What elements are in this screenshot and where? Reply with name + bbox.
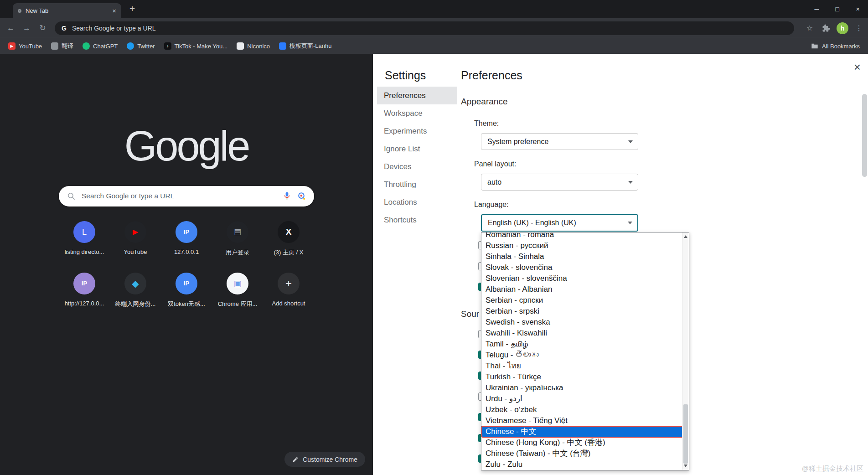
window-controls: ─ □ × [806, 0, 868, 18]
sidebar-item-preferences[interactable]: Preferences [377, 87, 457, 104]
shortcut-tile[interactable]: IP127.0.0.1 [161, 221, 212, 273]
language-option[interactable]: Vietnamese - Tiếng Việt [481, 415, 689, 426]
all-bookmarks[interactable]: All Bookmarks [811, 43, 864, 50]
panel-title: Preferences [461, 69, 522, 82]
profile-avatar[interactable]: h [834, 22, 851, 34]
bookmark-item[interactable]: Twitter [122, 40, 159, 52]
language-option[interactable]: Serbian - srpski [481, 306, 689, 317]
sidebar-item-experiments[interactable]: Experiments [377, 122, 457, 140]
bookmark-item[interactable]: ▶YouTube [4, 40, 46, 52]
shortcut-label: http://127.0.0... [65, 300, 104, 307]
shortcut-tile[interactable]: ▣Chrome 应用... [212, 273, 263, 324]
bookmarks-items: ▶YouTube翻译ChatGPTTwitter♪TikTok - Make Y… [4, 40, 336, 52]
language-option[interactable]: Telugu - తెలుగు [481, 350, 689, 361]
customize-chrome-button[interactable]: Customize Chrome [284, 452, 365, 467]
lens-icon[interactable] [297, 191, 306, 201]
new-tab-button[interactable]: + [129, 4, 135, 13]
language-option[interactable]: Slovenian - slovenščina [481, 273, 689, 284]
sidebar-item-throttling[interactable]: Throttling [377, 176, 457, 193]
sidebar-item-ignore-list[interactable]: Ignore List [377, 140, 457, 158]
panel-layout-select[interactable]: auto [481, 174, 638, 191]
back-icon[interactable]: ← [3, 24, 19, 33]
google-g-icon: G [62, 25, 67, 32]
chevron-down-icon [628, 140, 633, 143]
bookmark-label: Twitter [137, 43, 155, 50]
language-option[interactable]: Uzbek - oʻzbek [481, 404, 689, 415]
theme-select-value: System preference [487, 138, 548, 146]
panel-scrollbar-thumb[interactable] [862, 94, 867, 177]
bookmark-item[interactable]: 模板页面-Lanhu [274, 40, 336, 52]
minimize-button[interactable]: ─ [806, 0, 827, 18]
shortcut-tile[interactable]: IPhttp://127.0.0... [59, 273, 110, 324]
language-option[interactable]: Swedish - svenska [481, 317, 689, 328]
shortcut-icon: + [278, 273, 300, 294]
close-icon[interactable]: × [854, 61, 861, 73]
pencil-icon [292, 456, 299, 463]
language-select-value: English (UK) - English (UK) [488, 219, 576, 227]
scroll-down-icon[interactable] [684, 465, 687, 467]
tab-strip: New Tab × + ─ □ × [0, 0, 868, 18]
chevron-down-icon [628, 222, 632, 224]
mic-icon[interactable] [283, 191, 291, 201]
shortcut-glyph: ▣ [233, 279, 241, 288]
bookmark-item[interactable]: Niconico [232, 40, 274, 52]
theme-select[interactable]: System preference [481, 133, 638, 150]
language-option[interactable]: Russian - русский [481, 240, 689, 251]
language-option[interactable]: Urdu - اردو [481, 393, 689, 404]
tab-favicon-icon [18, 9, 21, 13]
language-dropdown-list: Romanian - românăRussian - русскийSinhal… [481, 232, 689, 470]
sidebar-item-shortcuts[interactable]: Shortcuts [377, 211, 457, 229]
shortcut-label: listing directo... [65, 248, 104, 255]
panel-scrollbar[interactable] [862, 77, 868, 474]
language-option[interactable]: Swahili - Kiswahili [481, 328, 689, 339]
shortcut-tile[interactable]: +Add shortcut [263, 273, 314, 324]
language-option[interactable]: Chinese - 中文 [481, 426, 689, 437]
extensions-puzzle-icon[interactable] [818, 24, 834, 32]
search-input[interactable]: Search Google or type a URL [59, 186, 314, 207]
search-placeholder: Search Google or type a URL [82, 192, 277, 200]
menu-dots-icon[interactable]: ⋮ [851, 24, 867, 32]
scroll-up-icon[interactable] [684, 235, 687, 238]
shortcut-glyph: IP [184, 280, 189, 286]
maximize-button[interactable]: □ [827, 0, 847, 18]
shortcut-tile[interactable]: ▤用户登录 [212, 221, 263, 273]
scrollbar-thumb[interactable] [683, 404, 688, 464]
sidebar-item-workspace[interactable]: Workspace [377, 104, 457, 122]
language-option[interactable]: Thai - ไทย [481, 361, 689, 372]
sidebar-item-locations[interactable]: Locations [377, 193, 457, 211]
bookmark-item[interactable]: ChatGPT [78, 40, 122, 52]
toolbar-right: ☆ h ⋮ [801, 18, 867, 38]
language-option[interactable]: Zulu - Zulu [481, 459, 689, 470]
bookmark-item[interactable]: 翻译 [46, 40, 78, 52]
sidebar-item-devices[interactable]: Devices [377, 158, 457, 176]
tab-new-tab[interactable]: New Tab × [13, 3, 121, 18]
language-option[interactable]: Albanian - Albanian [481, 284, 689, 295]
shortcut-tile[interactable]: ▶YouTube [110, 221, 161, 273]
tab-close-icon[interactable]: × [112, 7, 116, 14]
language-option[interactable]: Sinhala - Sinhala [481, 251, 689, 262]
language-option[interactable]: Turkish - Türkçe [481, 372, 689, 382]
address-bar[interactable]: G Search Google or type a URL [55, 21, 794, 35]
forward-icon[interactable]: → [19, 24, 35, 33]
settings-title: Settings [385, 69, 426, 82]
shortcut-tile[interactable]: IP双token无感... [161, 273, 212, 324]
language-option[interactable]: Serbian - српски [481, 295, 689, 306]
language-option[interactable]: Romanian - română [481, 232, 689, 240]
language-option[interactable]: Ukrainian - українська [481, 382, 689, 393]
language-option[interactable]: Chinese (Taiwan) - 中文 (台灣) [481, 448, 689, 459]
window-close-button[interactable]: × [847, 0, 868, 18]
address-bar-text: Search Google or type a URL [72, 25, 156, 32]
shortcut-tile[interactable]: X(3) 主页 / X [263, 221, 314, 273]
language-option[interactable]: Tamil - தமிழ் [481, 339, 689, 350]
bookmark-item[interactable]: ♪TikTok - Make You... [160, 40, 232, 52]
language-select[interactable]: English (UK) - English (UK) [481, 214, 638, 232]
language-option[interactable]: Slovak - slovenčina [481, 262, 689, 273]
tab-title: New Tab [26, 7, 108, 14]
shortcut-label: 双token无感... [168, 300, 205, 308]
language-option[interactable]: Chinese (Hong Kong) - 中文 (香港) [481, 437, 689, 448]
dropdown-scrollbar[interactable] [682, 232, 689, 470]
shortcut-tile[interactable]: ◆终端入网身份... [110, 273, 161, 324]
bookmark-star-icon[interactable]: ☆ [801, 24, 818, 32]
shortcut-tile[interactable]: Llisting directo... [59, 221, 110, 273]
reload-icon[interactable]: ↻ [35, 23, 51, 33]
